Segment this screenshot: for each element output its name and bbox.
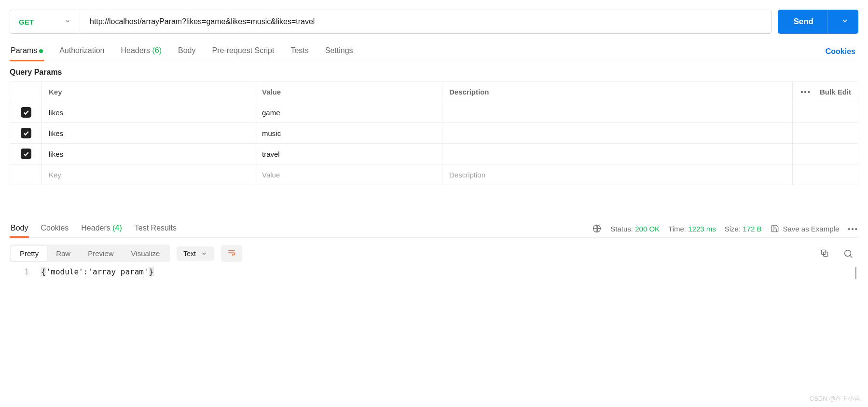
chevron-down-icon <box>64 18 71 26</box>
param-description[interactable] <box>442 102 793 122</box>
param-value[interactable]: music <box>255 123 442 143</box>
view-raw[interactable]: Raw <box>47 246 79 261</box>
resp-tab-test-results[interactable]: Test Results <box>134 220 178 237</box>
wrap-lines-button[interactable] <box>221 245 242 262</box>
table-row: likes music <box>10 123 858 144</box>
view-preview[interactable]: Preview <box>79 246 122 261</box>
send-button[interactable]: Send <box>778 10 858 34</box>
col-key: Key <box>42 82 255 102</box>
table-row: likes game <box>10 102 858 123</box>
param-value[interactable]: game <box>255 102 442 122</box>
bulk-edit-link[interactable]: Bulk Edit <box>820 88 851 96</box>
param-description[interactable] <box>442 123 793 143</box>
tab-prerequest[interactable]: Pre-request Script <box>211 42 275 61</box>
svg-point-4 <box>845 250 851 256</box>
save-icon <box>771 224 779 233</box>
search-icon[interactable] <box>843 248 854 259</box>
param-description[interactable] <box>442 144 793 164</box>
status-label: Status: 200 OK <box>610 225 660 233</box>
globe-icon[interactable] <box>592 224 602 233</box>
copy-icon[interactable] <box>820 248 829 259</box>
save-as-example-button[interactable]: Save as Example <box>771 224 840 233</box>
row-checkbox[interactable] <box>21 128 31 138</box>
time-label: Time: 1223 ms <box>668 225 716 233</box>
table-header-row: Key Value Description ••• Bulk Edit <box>10 82 858 102</box>
row-checkbox[interactable] <box>21 107 31 118</box>
view-mode-group: Pretty Raw Preview Visualize <box>10 244 170 262</box>
param-value-placeholder[interactable]: Value <box>255 164 442 185</box>
query-params-table: Key Value Description ••• Bulk Edit like… <box>10 81 858 185</box>
method-name: GET <box>19 18 34 26</box>
tab-tests[interactable]: Tests <box>289 42 309 61</box>
scrollbar-thumb[interactable] <box>855 267 856 279</box>
method-select[interactable]: GET <box>10 10 80 33</box>
request-bar: GET <box>10 10 772 34</box>
more-horizontal-icon[interactable]: ••• <box>848 225 858 233</box>
param-key[interactable]: likes <box>42 123 255 143</box>
tab-headers[interactable]: Headers (6) <box>120 42 163 61</box>
col-value: Value <box>255 82 442 102</box>
cookies-link[interactable]: Cookies <box>826 47 858 56</box>
resp-tab-body[interactable]: Body <box>10 220 29 237</box>
send-chevron-down-icon[interactable] <box>841 17 849 27</box>
code-line: {'module':'array param'} <box>41 267 858 276</box>
col-description: Description <box>442 82 793 102</box>
send-label: Send <box>793 17 813 27</box>
url-input[interactable] <box>80 10 772 33</box>
size-label: Size: 172 B <box>725 225 762 233</box>
table-row: likes travel <box>10 144 858 164</box>
response-view-row: Pretty Raw Preview Visualize Text <box>10 244 858 262</box>
send-divider <box>827 10 827 34</box>
tab-params[interactable]: Params <box>10 42 44 61</box>
response-tabs: Body Cookies Headers (4) Test Results St… <box>10 220 858 238</box>
param-value[interactable]: travel <box>255 144 442 164</box>
resp-tab-headers[interactable]: Headers (4) <box>80 220 123 237</box>
view-pretty[interactable]: Pretty <box>11 246 47 261</box>
param-key-placeholder[interactable]: Key <box>42 164 255 185</box>
more-icon[interactable]: ••• <box>800 88 811 96</box>
response-type-select[interactable]: Text <box>177 246 214 261</box>
tab-settings[interactable]: Settings <box>324 42 354 61</box>
line-number: 1 <box>10 267 41 276</box>
param-key[interactable]: likes <box>42 144 255 164</box>
param-description-placeholder[interactable]: Description <box>442 164 793 185</box>
svg-line-5 <box>850 255 853 258</box>
param-key[interactable]: likes <box>42 102 255 122</box>
response-body[interactable]: 1 {'module':'array param'} <box>10 267 858 276</box>
tab-body[interactable]: Body <box>177 42 196 61</box>
request-tabs: Params Authorization Headers (6) Body Pr… <box>10 42 858 61</box>
table-row-new[interactable]: Key Value Description <box>10 164 858 185</box>
modified-dot-icon <box>39 49 43 53</box>
tab-authorization[interactable]: Authorization <box>58 42 105 61</box>
query-params-title: Query Params <box>10 68 858 77</box>
view-visualize[interactable]: Visualize <box>123 246 169 261</box>
row-checkbox[interactable] <box>21 149 31 159</box>
resp-tab-cookies[interactable]: Cookies <box>40 220 69 237</box>
